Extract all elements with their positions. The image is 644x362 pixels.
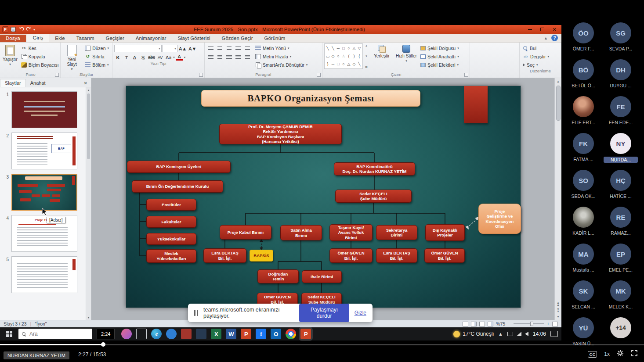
bullets-icon[interactable] [206, 45, 215, 52]
org-box[interactable]: Proje Geliştirme ve Koordinasyon Ofisi [478, 204, 521, 234]
underline-button[interactable]: A [131, 54, 138, 61]
org-box[interactable]: BAP Komisyon Üyeleri [127, 161, 231, 173]
outlook-icon[interactable]: O [271, 329, 281, 339]
shape-effects-button[interactable]: Şekil Efektleri▾ [419, 61, 460, 68]
participant-SEDA OK...[interactable]: SOSEDA OK... [573, 170, 594, 199]
org-box[interactable]: Fakülteler [146, 216, 196, 228]
stop-sharing-button[interactable]: Paylaşmayı durdur [299, 304, 349, 322]
chrome-icon[interactable] [286, 329, 296, 339]
participant-EMEL PE...[interactable]: EPEMEL PE... [610, 244, 631, 272]
smartart-button[interactable]: SmartArt'a Dönüştür▾ [254, 61, 309, 68]
line-spacing-icon[interactable] [243, 45, 252, 52]
org-box[interactable]: Prof. Dr. Meryem ÇAMUR DEMİR Rektör Yard… [219, 124, 342, 144]
closed-captions-button[interactable]: CC [588, 351, 597, 358]
font-name-combo[interactable]: ▾ [114, 45, 162, 52]
scroll-down-icon[interactable]: ▼ [555, 313, 561, 320]
next-slide-button[interactable]: ▼▼ [555, 307, 561, 313]
quick-styles-button[interactable]: Hızlı Stiller▾ [396, 43, 417, 63]
taskbar-clock[interactable]: 14:06 [533, 331, 546, 337]
browser-icon[interactable] [166, 329, 177, 339]
tab-geçişler[interactable]: Geçişler [100, 35, 130, 42]
reading-view-icon[interactable] [479, 322, 485, 326]
powerpoint-icon[interactable]: P [241, 329, 251, 339]
participant-FEN EDE...[interactable]: FEFEN EDE... [610, 96, 631, 125]
format-painter-button[interactable]: Biçim Boyacısı [20, 61, 60, 68]
org-box[interactable]: Satın Alma Birimi [280, 225, 322, 240]
photos-icon[interactable] [121, 329, 132, 339]
taskbar-search-input[interactable] [29, 330, 81, 337]
org-box[interactable]: Sekretarya Birimi [376, 225, 417, 240]
cut-button[interactable]: ✂Kes [20, 45, 60, 52]
save-icon[interactable] [10, 26, 16, 33]
fit-to-window-icon[interactable] [552, 322, 558, 326]
participant-NURDA...[interactable]: NYNURDA... [610, 133, 631, 163]
minimize-button[interactable] [524, 26, 536, 33]
scroll-up-icon[interactable]: ▲ [555, 78, 561, 85]
facebook-icon[interactable]: f [256, 329, 266, 339]
new-slide-button[interactable]: Yeni Slayt ▼ [62, 43, 81, 71]
clipboard-dialog-launcher[interactable] [55, 73, 59, 77]
grow-font-button[interactable]: A▲ [178, 45, 187, 52]
org-box[interactable]: Esra BEKTAŞ Bil. İşl. [203, 248, 246, 263]
shape-outline-button[interactable]: Şekil Anahattı▾ [419, 53, 460, 60]
shrink-font-button[interactable]: A▼ [188, 45, 197, 52]
tab-slaytlar[interactable]: Slaytlar [0, 79, 26, 87]
tab-anahat[interactable]: Anahat [26, 79, 50, 87]
font-dialog-launcher[interactable] [199, 73, 203, 77]
org-box[interactable]: Sedat KEÇELİ Şube Müdürü [335, 190, 412, 203]
slide-thumbnail-5[interactable] [11, 256, 77, 293]
org-box[interactable]: Ömer GÜVEN Bil. İşl. [424, 248, 465, 263]
character-spacing-button[interactable]: AV [156, 54, 164, 61]
italic-button[interactable]: T [123, 54, 130, 61]
org-box[interactable]: İhale Birimi [302, 270, 342, 283]
org-box[interactable]: Yüksekokullar [146, 233, 196, 245]
org-box[interactable]: Taşınır Kayıt/ Avans Yolluk Birimi [329, 224, 373, 241]
shapes-gallery[interactable]: ╲╲─□○△▽ ▭◇○☆(){ }─□○△◇╲ [324, 43, 363, 69]
change-case-button[interactable]: Aa [165, 54, 172, 61]
org-box[interactable]: Doğrudan Temin [257, 269, 299, 283]
text-direction-button[interactable]: Metin Yönü▾ [254, 45, 309, 52]
zoom-slider-knob[interactable] [530, 322, 533, 326]
align-text-button[interactable]: Metni Hizala▾ [254, 53, 309, 60]
section-button[interactable]: Bölüm▾ [83, 61, 110, 68]
volume-icon[interactable] [525, 332, 528, 336]
participant-MELEK K...[interactable]: MKMELEK K... [610, 280, 631, 309]
align-right-icon[interactable] [225, 54, 233, 61]
tab-ekle[interactable]: Ekle [49, 35, 70, 42]
org-box[interactable]: Meslek Yüksekokulları [146, 249, 196, 263]
editing-scrollbar-thumb[interactable] [556, 86, 561, 121]
app-dark-icon[interactable] [196, 329, 206, 339]
layout-button[interactable]: Düzen▾ [83, 45, 110, 52]
task-view-icon[interactable] [136, 329, 147, 339]
text-shadow-button[interactable]: S [139, 54, 147, 61]
numbering-icon[interactable] [216, 45, 224, 52]
tab-slayt-gösterisi[interactable]: Slayt Gösterisi [172, 35, 216, 42]
tab-tasarım[interactable]: Tasarım [71, 35, 100, 42]
zoom-out-button[interactable]: − [508, 321, 510, 326]
panel-close-icon[interactable]: ✕ [80, 81, 91, 87]
seek-bar[interactable] [0, 344, 644, 345]
org-box[interactable]: Proje Kabul Birimi [220, 225, 271, 240]
taskbar-media-preview[interactable]: 2:24 [97, 329, 115, 339]
tab-animasyonlar[interactable]: Animasyonlar [130, 35, 172, 42]
bold-button[interactable]: K [114, 54, 122, 61]
select-button[interactable]: Seç▾ [521, 61, 559, 68]
align-center-icon[interactable] [216, 54, 224, 61]
slide-thumbnail-1[interactable] [11, 91, 77, 128]
excel-icon[interactable]: X [211, 329, 221, 339]
org-box[interactable]: Ömer GÜVEN Bil. İşl. [329, 248, 373, 263]
reset-button[interactable]: ↺Sıfırla [83, 53, 110, 60]
zoom-slider[interactable] [514, 323, 544, 324]
redo-icon[interactable] [25, 26, 32, 33]
close-button[interactable]: ✕ [548, 26, 561, 33]
participant-SELCAN ...[interactable]: SKSELCAN ... [573, 280, 594, 309]
participant-ELİF ERT...[interactable]: ELİF ERT... [573, 96, 594, 125]
slide-thumbnail-3[interactable] [11, 174, 77, 211]
replace-button[interactable]: abDeğiştir▾ [521, 53, 559, 60]
settings-gear-icon[interactable] [617, 350, 624, 358]
taskbar-search[interactable] [18, 329, 92, 339]
start-button[interactable] [0, 327, 18, 340]
network-icon[interactable] [517, 332, 521, 336]
edge-icon[interactable]: e [151, 329, 162, 339]
app-red-icon[interactable] [181, 329, 192, 339]
